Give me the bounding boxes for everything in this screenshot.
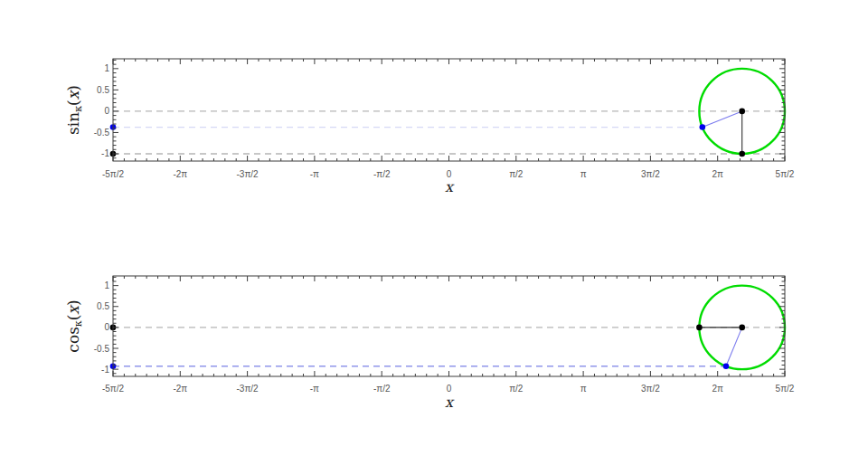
x-tick-label: 2π	[712, 169, 723, 179]
x-tick-label: π	[580, 169, 587, 179]
x-axis-label: x	[445, 394, 455, 411]
axes-box	[113, 276, 785, 376]
x-tick-label: -π/2	[373, 384, 391, 394]
circle-bottom-dot	[739, 151, 745, 157]
cos-plot: -5π/2-2π-3π/2-π-π/20π/2π3π/22π5π/210.50-…	[64, 276, 795, 411]
axes-box	[113, 59, 785, 161]
y-tick-label: 0.5	[97, 301, 109, 311]
x-tick-label: -π	[310, 384, 319, 394]
y-tick-label: -1	[101, 365, 109, 375]
sin-point	[700, 124, 706, 130]
y-axis-label: cosκ(x)	[64, 299, 84, 352]
x-tick-label: -2π	[173, 169, 187, 179]
figure-canvas: -5π/2-2π-3π/2-π-π/20π/2π3π/22π5π/210.50-…	[0, 0, 868, 456]
circle-center-dot	[739, 109, 745, 115]
x-tick-label: 2π	[712, 384, 723, 394]
sin-radius-blue	[703, 111, 742, 128]
y-tick-label: 0	[104, 322, 109, 332]
x-tick-label: 5π/2	[776, 384, 795, 394]
figure-svg: -5π/2-2π-3π/2-π-π/20π/2π3π/22π5π/210.50-…	[0, 0, 868, 456]
x-tick-label: -π/2	[373, 169, 391, 179]
cos-point	[723, 363, 730, 369]
y-tick-label: 0	[104, 106, 109, 116]
x-tick-label: -π	[310, 169, 319, 179]
x-axis-label: x	[445, 178, 455, 195]
x-tick-label: -5π/2	[102, 169, 125, 179]
y-tick-label: 1	[104, 280, 109, 290]
x-tick-label: -5π/2	[102, 384, 125, 394]
cos-radius-blue	[726, 328, 742, 366]
sin-plot: -5π/2-2π-3π/2-π-π/20π/2π3π/22π5π/210.50-…	[64, 59, 795, 195]
x-tick-label: π/2	[509, 169, 524, 179]
x-tick-label: -2π	[173, 384, 187, 394]
x-tick-label: 3π/2	[641, 169, 660, 179]
x-tick-label: π/2	[509, 384, 524, 394]
x-tick-label: -3π/2	[237, 384, 259, 394]
x-tick-label: π	[580, 384, 587, 394]
x-tick-label: 0	[447, 384, 452, 394]
y-tick-label: -1	[101, 148, 109, 158]
x-tick-label: -3π/2	[237, 169, 259, 179]
circle-center-dot	[739, 325, 745, 331]
x-tick-label: 3π/2	[641, 384, 660, 394]
x-tick-label: 5π/2	[776, 169, 795, 179]
y-tick-label: 1	[104, 63, 109, 73]
y-axis-label: sinκ(x)	[64, 85, 84, 135]
y-tick-label: -0.5	[94, 344, 110, 354]
circle-left-dot	[696, 325, 703, 331]
y-tick-label: -0.5	[94, 128, 110, 138]
y-tick-label: 0.5	[97, 85, 109, 95]
